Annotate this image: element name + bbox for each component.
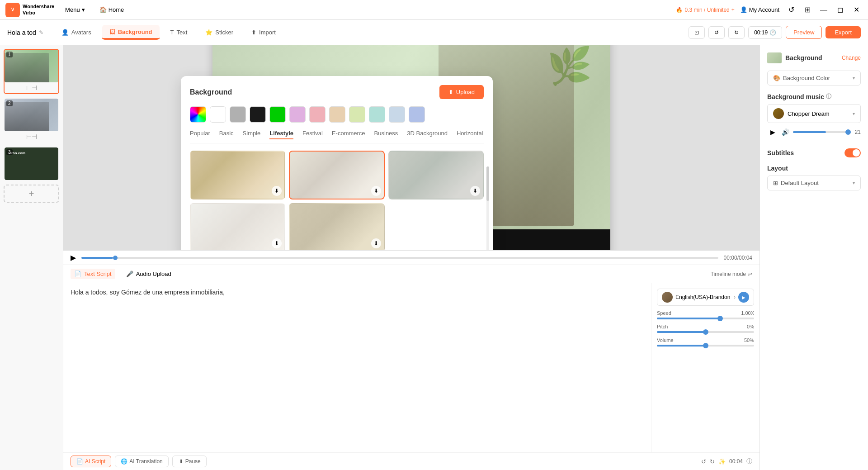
slide-1-controls: ⊢⊣ (26, 84, 37, 91)
export-button[interactable]: Export (826, 26, 861, 38)
voice-selector[interactable]: English(USA)-Brandon › ▶ (657, 289, 754, 306)
music-collapse-icon[interactable]: — (855, 93, 861, 100)
info-icon[interactable]: ⓘ (746, 457, 752, 465)
cat-ecommerce[interactable]: E-commerce (332, 130, 365, 139)
bg-download-5[interactable]: ⬇ (371, 238, 381, 248)
edit-title-icon[interactable]: ✎ (39, 29, 43, 36)
color-swatch-rainbow[interactable] (190, 106, 206, 123)
cat-3d[interactable]: 3D Background (407, 130, 448, 139)
bg-thumb-2[interactable]: ⬇ (289, 151, 384, 199)
cat-lifestyle[interactable]: Lifestyle (269, 130, 293, 139)
tab-text-script[interactable]: 📄 Text Script (71, 269, 115, 279)
bg-download-1[interactable]: ⬇ (272, 186, 282, 196)
magic-icon[interactable]: ✨ (718, 458, 726, 465)
bg-download-3[interactable]: ⬇ (470, 186, 480, 196)
bg-thumb-5[interactable]: ⬇ (289, 203, 384, 250)
ai-script-button[interactable]: 📄 AI Script (71, 456, 111, 467)
tab-text[interactable]: T Text (163, 25, 195, 39)
change-button[interactable]: Change (842, 55, 861, 61)
color-swatch-lteal[interactable] (369, 106, 385, 123)
popup-scrollbar-thumb[interactable] (486, 166, 489, 201)
color-swatch-lblue[interactable] (409, 106, 425, 123)
secondary-toolbar: Hola a tod ✎ 👤 Avatars 🖼 Background T Te… (0, 20, 868, 45)
bottom-time: 00:04 (729, 458, 743, 465)
panel-header: Background Change (767, 52, 861, 63)
bg-color-dropdown[interactable]: 🎨 Background Color ▾ (767, 71, 861, 85)
color-swatch-white[interactable] (210, 106, 226, 123)
layout-title: Layout (767, 165, 861, 172)
timeline-play-button[interactable]: ▶ (71, 253, 76, 262)
music-play-button[interactable]: ▶ (767, 127, 778, 138)
volume-thumb[interactable] (703, 343, 708, 348)
cat-festival[interactable]: Festival (302, 130, 323, 139)
slide-list: 1 ⊢⊣ 2 ⊢⊣ 3 virbo.com + (0, 45, 63, 470)
slide-item-3[interactable]: 3 virbo.com (4, 147, 59, 181)
timeline-progress-bar[interactable] (81, 257, 718, 259)
speed-thumb[interactable] (717, 316, 723, 321)
color-swatch-ltan[interactable] (329, 106, 345, 123)
redo-button[interactable]: ↻ (728, 26, 745, 39)
cat-horizontal[interactable]: Horizontal (457, 130, 483, 139)
fit-screen-button[interactable]: ⊡ (689, 26, 705, 39)
bg-thumb-1[interactable]: ⬇ (190, 151, 285, 199)
color-swatch-lpurple[interactable] (289, 106, 306, 123)
cat-business[interactable]: Business (374, 130, 398, 139)
timeline-scrubber[interactable] (113, 256, 118, 260)
menu-button[interactable]: Menu ▾ (61, 5, 89, 15)
pause-button[interactable]: ⏸ Pause (172, 456, 207, 467)
preview-button[interactable]: Preview (786, 26, 822, 39)
tab-background[interactable]: 🖼 Background (102, 25, 160, 40)
slide-item-1[interactable]: 1 ⊢⊣ (4, 49, 59, 94)
voice-play-button[interactable]: ▶ (738, 292, 749, 303)
music-volume-thumb[interactable] (845, 129, 851, 135)
ai-translation-button[interactable]: 🌐 AI Translation (115, 456, 168, 467)
color-swatch-lsblue[interactable] (389, 106, 405, 123)
script-textarea[interactable]: Hola a todos, soy Gómez de una empresa i… (63, 283, 651, 452)
bg-thumb-3[interactable]: ⬇ (388, 151, 484, 199)
color-swatch-black[interactable] (250, 106, 266, 123)
undo-button[interactable]: ↺ (708, 26, 725, 39)
home-button[interactable]: 🏠 Home (96, 5, 128, 15)
cat-simple[interactable]: Simple (243, 130, 261, 139)
my-account-button[interactable]: 👤 My Account (740, 6, 779, 13)
timeline-mode-button[interactable]: Timeline mode ⇌ (711, 271, 752, 277)
music-volume-slider[interactable] (793, 131, 848, 133)
slide-item-2[interactable]: 2 ⊢⊣ (4, 98, 59, 143)
layout-section: Layout ⊞ Default Layout ▾ (767, 165, 861, 190)
upload-button[interactable]: ⬆ Upload (439, 85, 484, 99)
undo-icon[interactable]: ↺ (701, 458, 706, 465)
color-swatch-green[interactable] (269, 106, 286, 123)
add-slide-button[interactable]: + (4, 185, 59, 203)
speed-slider[interactable] (657, 318, 754, 319)
layout-dropdown[interactable]: ⊞ Default Layout ▾ (767, 176, 861, 190)
grid-icon[interactable]: ⊞ (801, 4, 814, 16)
refresh-icon[interactable]: ↺ (785, 4, 797, 16)
music-name-row[interactable]: Chopper Dream ▾ (767, 104, 861, 123)
pitch-fill (657, 331, 706, 333)
color-swatch-lgray[interactable] (230, 106, 246, 123)
minimize-icon[interactable]: — (817, 4, 830, 16)
color-swatch-lgreen[interactable] (349, 106, 365, 123)
tab-import[interactable]: ⬆ Import (244, 25, 283, 39)
color-swatch-lpink[interactable] (309, 106, 326, 123)
cat-popular[interactable]: Popular (190, 130, 210, 139)
bg-download-2[interactable]: ⬇ (371, 186, 381, 196)
music-avatar (773, 108, 784, 119)
maximize-icon[interactable]: ◻ (834, 4, 846, 16)
redo-icon[interactable]: ↻ (710, 458, 715, 465)
close-icon[interactable]: ✕ (850, 4, 863, 16)
pitch-thumb[interactable] (703, 329, 708, 335)
popup-scrollbar[interactable] (486, 166, 489, 250)
tab-audio-upload[interactable]: 🎤 Audio Upload (123, 269, 175, 279)
cat-basic[interactable]: Basic (219, 130, 234, 139)
pitch-slider[interactable] (657, 331, 754, 333)
volume-slider[interactable] (657, 345, 754, 347)
bg-thumb-4[interactable]: ⬇ (190, 203, 285, 250)
bg-download-4[interactable]: ⬇ (272, 238, 282, 248)
time-display: 00:19 🕐 (748, 26, 782, 39)
timeline-time: 00:00/00:04 (724, 255, 752, 261)
subtitles-toggle[interactable] (844, 148, 861, 157)
bg-popup-header: Background ⬆ Upload (190, 85, 484, 99)
tab-avatars[interactable]: 👤 Avatars (54, 25, 99, 39)
tab-sticker[interactable]: ⭐ Sticker (198, 25, 241, 39)
